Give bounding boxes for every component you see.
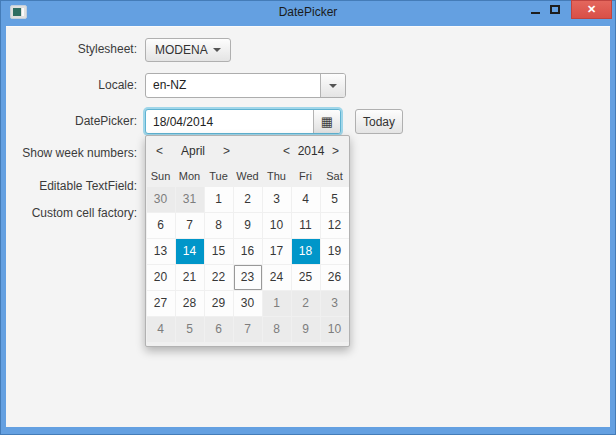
week-numbers-label: Show week numbers:: [6, 146, 137, 161]
stylesheet-value: MODENA: [155, 43, 208, 57]
day-name: Sat: [321, 166, 349, 187]
day-cell[interactable]: 16: [234, 239, 262, 264]
maximize-button[interactable]: [545, 0, 564, 19]
day-cell[interactable]: 7: [234, 317, 262, 342]
day-cell[interactable]: 8: [263, 317, 291, 342]
day-cell[interactable]: 1: [263, 291, 291, 316]
day-cell[interactable]: 29: [205, 291, 233, 316]
day-cell[interactable]: 4: [292, 187, 320, 212]
window-controls: ✕: [526, 0, 612, 19]
day-name: Tue: [205, 166, 233, 187]
day-cell[interactable]: 17: [263, 239, 291, 264]
minimize-icon: [531, 12, 540, 14]
day-cell[interactable]: 30: [147, 187, 175, 212]
day-cell[interactable]: 23: [234, 265, 262, 290]
maximize-icon: [550, 5, 560, 14]
day-cell[interactable]: 26: [321, 265, 349, 290]
day-name: Wed: [234, 166, 262, 187]
day-cell[interactable]: 13: [147, 239, 175, 264]
close-icon: ✕: [587, 3, 596, 16]
day-cell[interactable]: 1: [205, 187, 233, 212]
close-button[interactable]: ✕: [571, 0, 612, 19]
day-cell[interactable]: 6: [147, 213, 175, 238]
day-cell[interactable]: 9: [234, 213, 262, 238]
window-title: DatePicker: [0, 5, 616, 19]
day-cell[interactable]: 8: [205, 213, 233, 238]
stylesheet-label: Stylesheet:: [6, 42, 137, 57]
day-cell[interactable]: 19: [321, 239, 349, 264]
calendar-icon: ▦: [321, 115, 333, 128]
day-cell[interactable]: 5: [321, 187, 349, 212]
popup-header: < April > < 2014 >: [146, 136, 349, 166]
today-button[interactable]: Today: [355, 109, 403, 134]
locale-label: Locale:: [6, 78, 137, 93]
day-cell[interactable]: 10: [321, 317, 349, 342]
locale-combobox[interactable]: en-NZ: [145, 73, 346, 98]
day-cell[interactable]: 30: [234, 291, 262, 316]
day-cell[interactable]: 25: [292, 265, 320, 290]
datepicker-calendar-button[interactable]: ▦: [313, 110, 340, 133]
day-cell[interactable]: 24: [263, 265, 291, 290]
day-cell[interactable]: 20: [147, 265, 175, 290]
day-cell[interactable]: 2: [292, 291, 320, 316]
day-cell[interactable]: 2: [234, 187, 262, 212]
datepicker-label: DatePicker:: [6, 114, 137, 129]
day-cell[interactable]: 27: [147, 291, 175, 316]
next-year-button[interactable]: >: [327, 142, 344, 160]
cell-factory-label: Custom cell factory:: [6, 206, 137, 221]
day-cell[interactable]: 15: [205, 239, 233, 264]
stylesheet-combobox[interactable]: MODENA: [145, 38, 231, 62]
day-cell[interactable]: 10: [263, 213, 291, 238]
content-area: Stylesheet: Locale: DatePicker: Show wee…: [6, 26, 610, 427]
day-names-row: SunMonTueWedThuFriSat: [146, 166, 349, 187]
day-cell[interactable]: 3: [263, 187, 291, 212]
previous-year-button[interactable]: <: [278, 142, 295, 160]
datepicker-input[interactable]: [146, 110, 313, 133]
datepicker-popup: < April > < 2014 > SunMonTueWedThuFriSat…: [145, 135, 350, 347]
locale-dropdown-button[interactable]: [320, 74, 345, 97]
day-cell[interactable]: 31: [176, 187, 204, 212]
editable-label: Editable TextField:: [6, 179, 137, 194]
month-spinner: < April >: [151, 142, 235, 160]
day-cell[interactable]: 12: [321, 213, 349, 238]
day-cell[interactable]: 4: [147, 317, 175, 342]
minimize-button[interactable]: [526, 0, 545, 19]
calendar-grid: 3031123456789101112131415161718192021222…: [146, 187, 349, 343]
day-cell[interactable]: 28: [176, 291, 204, 316]
datepicker-control: ▦: [145, 109, 341, 134]
day-name: Mon: [176, 166, 204, 187]
previous-month-button[interactable]: <: [151, 142, 168, 160]
day-cell[interactable]: 9: [292, 317, 320, 342]
app-window: DatePicker ✕ Stylesheet: Locale: DatePic…: [0, 0, 616, 435]
chevron-down-icon: [329, 84, 337, 88]
year-spinner: < 2014 >: [278, 142, 344, 160]
next-month-button[interactable]: >: [218, 142, 235, 160]
day-cell[interactable]: 22: [205, 265, 233, 290]
day-name: Thu: [263, 166, 291, 187]
day-cell[interactable]: 11: [292, 213, 320, 238]
month-label: April: [168, 144, 218, 158]
day-name: Fri: [292, 166, 320, 187]
day-cell[interactable]: 7: [176, 213, 204, 238]
day-cell[interactable]: 6: [205, 317, 233, 342]
day-cell[interactable]: 18: [292, 239, 320, 264]
year-label: 2014: [295, 144, 327, 158]
day-cell[interactable]: 14: [176, 239, 204, 264]
day-cell[interactable]: 21: [176, 265, 204, 290]
titlebar[interactable]: DatePicker ✕: [0, 0, 616, 26]
locale-value: en-NZ: [146, 74, 320, 97]
day-name: Sun: [147, 166, 175, 187]
chevron-down-icon: [213, 48, 221, 52]
day-cell[interactable]: 5: [176, 317, 204, 342]
day-cell[interactable]: 3: [321, 291, 349, 316]
